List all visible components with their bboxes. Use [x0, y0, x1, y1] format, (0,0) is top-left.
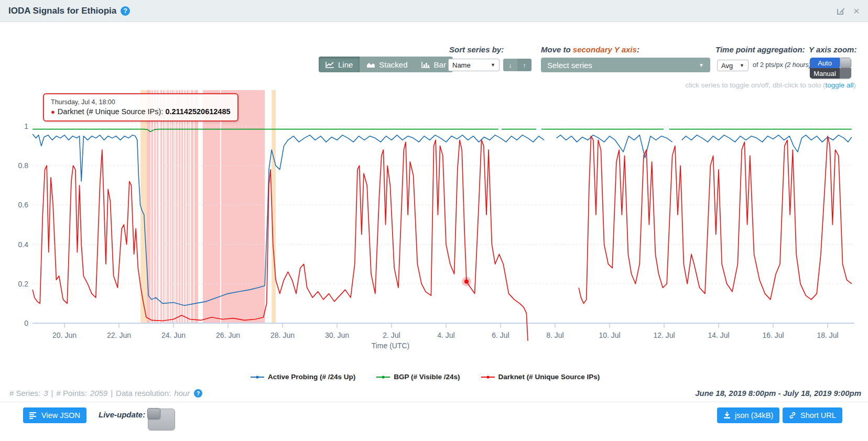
y-tick-label: 0.4 — [18, 240, 29, 249]
sort-descending-button[interactable]: ↓ — [503, 59, 517, 71]
select-series-dropdown[interactable]: Select series ▼ — [541, 58, 710, 72]
toggle-knob[interactable] — [840, 58, 851, 68]
series-toggle-hint: click series to toggle on/off, dbl-click… — [686, 81, 856, 89]
band-stripe — [162, 90, 163, 323]
x-tick-label: 8. Jul — [546, 331, 563, 339]
legend-item[interactable]: BGP (# Visible /24s) — [376, 373, 460, 381]
band-stripe — [198, 90, 203, 323]
band-stripe — [165, 90, 166, 323]
legend-label: BGP (# Visible /24s) — [394, 373, 460, 381]
chart-type-bar-button[interactable]: Bar — [415, 57, 453, 72]
live-update-toggle[interactable] — [148, 409, 175, 431]
secondary-axis-label: Move to secondary Y axis: — [541, 45, 639, 54]
toggle-track — [840, 68, 851, 79]
caret-down-icon: ▼ — [491, 62, 495, 68]
y-tick-label: 0.2 — [18, 280, 29, 288]
y-zoom-manual-option[interactable]: Manual — [810, 68, 840, 79]
band-stripe — [159, 90, 160, 323]
toggle-knob — [147, 408, 160, 419]
page-title: IODA Signals for Ethiopia — [8, 6, 116, 16]
band-stripe — [173, 90, 175, 323]
short-url-button[interactable]: Short URL — [783, 407, 842, 423]
toggle-all-link[interactable]: toggle all — [825, 81, 853, 89]
points-count: 2059 — [90, 389, 107, 398]
x-tick-label: 2. Jul — [383, 331, 400, 339]
x-tick-label: 16. Jul — [762, 331, 784, 339]
alert-band — [147, 90, 265, 323]
series-count: 3 — [44, 389, 48, 398]
sort-direction-switch: ↓ ↑ — [503, 59, 531, 71]
chart-type-stacked-button[interactable]: Stacked — [360, 57, 414, 72]
y-zoom-label: Y axis zoom: — [809, 45, 856, 54]
x-tick-label: 26. Jun — [216, 331, 240, 339]
resolution-help-icon[interactable]: ? — [194, 389, 202, 398]
y-zoom-auto-option[interactable]: Auto — [810, 58, 840, 68]
band-stripe — [175, 90, 176, 323]
hover-point[interactable] — [464, 280, 469, 284]
legend-marker-icon — [376, 374, 390, 380]
legend-marker-icon — [251, 374, 264, 380]
download-icon — [723, 412, 731, 419]
x-tick-label: 14. Jul — [708, 331, 729, 339]
download-json-button[interactable]: json (34kB) — [717, 407, 779, 423]
caret-down-icon: ▼ — [740, 63, 744, 68]
tooltip-series-value: ●Darknet (# Unique Source IPs): 0.211425… — [51, 107, 231, 116]
x-tick-label: 12. Jul — [653, 331, 675, 339]
signals-chart[interactable]: 20. Jun22. Jun24. Jun26. Jun28. Jun30. J… — [0, 89, 868, 357]
band-stripe — [153, 90, 154, 323]
band-stripe — [183, 90, 184, 323]
alert-band — [272, 90, 276, 323]
x-tick-label: 24. Jun — [161, 331, 186, 339]
sort-ascending-button[interactable]: ↑ — [517, 59, 531, 71]
aggregation-detail: of 2 pts/px (2 hours) — [753, 61, 811, 69]
line-chart-icon — [326, 61, 334, 68]
x-tick-label: 20. Jun — [52, 331, 77, 339]
live-update-label: Live-update: — [99, 410, 145, 419]
data-resolution: hour — [174, 389, 190, 398]
y-zoom-toggle: Auto Manual — [810, 58, 851, 79]
bar-chart-icon — [421, 61, 430, 68]
title-help-icon[interactable]: ? — [121, 6, 130, 16]
close-icon[interactable]: × — [853, 5, 860, 16]
legend-marker-icon — [481, 374, 495, 380]
chart-toolbar: Line Stacked Bar Sort series by: Name ▼ … — [0, 22, 868, 90]
view-json-button[interactable]: View JSON — [23, 407, 86, 423]
y-tick-label: 0.8 — [18, 161, 29, 170]
band-stripe — [171, 90, 172, 323]
x-tick-label: 22. Jun — [107, 331, 131, 339]
x-tick-label: 10. Jul — [599, 331, 620, 339]
legend-label: Active Probing (# /24s Up) — [268, 373, 355, 381]
edit-icon[interactable] — [836, 6, 846, 16]
legend-item[interactable]: Active Probing (# /24s Up) — [251, 373, 355, 381]
chart-meta: # Series:3 | # Points:2059 | Data resolu… — [9, 389, 202, 398]
band-stripe — [169, 90, 170, 323]
y-tick-label: 0.6 — [18, 201, 29, 209]
band-stripe — [188, 90, 189, 323]
tooltip-timestamp: Thursday, Jul 4, 18:00 — [51, 98, 231, 106]
legend-item[interactable]: Darknet (# Unique Source IPs) — [481, 373, 600, 381]
band-stripe — [178, 90, 179, 323]
y-tick-label: 1 — [24, 122, 28, 130]
band-stripe — [186, 90, 187, 323]
y-tick-label: 0 — [24, 319, 28, 327]
x-tick-label: 28. Jun — [270, 331, 295, 339]
band-stripe — [190, 90, 191, 323]
x-tick-label: 4. Jul — [437, 331, 454, 339]
aggregation-select[interactable]: Avg ▼ — [717, 60, 748, 71]
window-titlebar: IODA Signals for Ethiopia ? × — [0, 0, 868, 22]
band-stripe — [150, 90, 151, 323]
link-icon — [789, 412, 796, 419]
aggregation-label: Time point aggregation: — [715, 45, 805, 54]
chart-type-switch: Line Stacked Bar — [319, 57, 453, 72]
x-axis-title: Time (UTC) — [372, 341, 410, 350]
chart-type-line-button[interactable]: Line — [319, 57, 360, 72]
chart-tooltip: Thursday, Jul 4, 18:00 ●Darknet (# Uniqu… — [43, 93, 238, 122]
x-tick-label: 30. Jun — [325, 331, 349, 339]
band-stripe — [158, 90, 159, 323]
sort-series-select[interactable]: Name ▼ — [448, 59, 500, 71]
x-tick-label: 18. Jul — [817, 331, 838, 339]
stacked-chart-icon — [366, 61, 375, 68]
list-icon — [29, 412, 37, 419]
band-stripe — [193, 90, 194, 323]
band-stripe — [180, 90, 181, 323]
